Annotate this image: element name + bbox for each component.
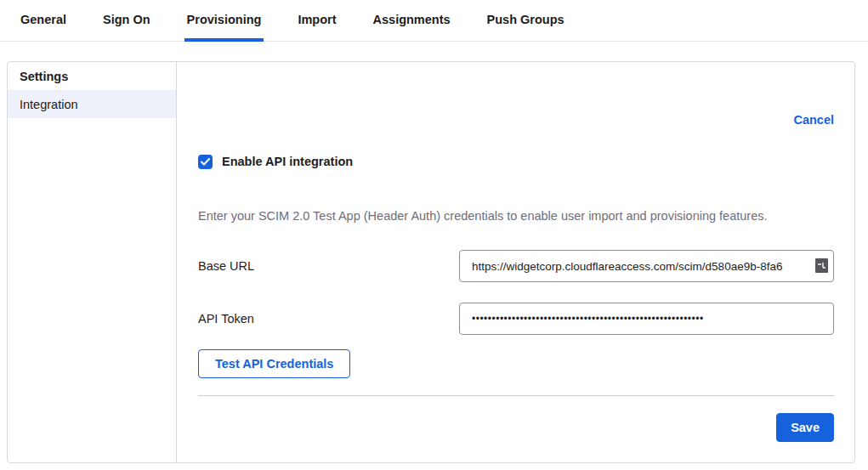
tab-general[interactable]: General: [18, 13, 69, 42]
base-url-label: Base URL: [198, 259, 459, 273]
tab-sign-on[interactable]: Sign On: [100, 13, 153, 42]
enable-api-integration-checkbox[interactable]: [198, 155, 213, 169]
provisioning-panel: Settings Integration Cancel Enable API i…: [7, 61, 855, 463]
settings-sidebar: Settings Integration: [8, 62, 177, 462]
api-token-field-row: API Token: [198, 303, 834, 335]
footer-divider: [198, 395, 834, 396]
integration-settings-form: Cancel Enable API integration Enter your…: [177, 62, 854, 462]
tab-assignments[interactable]: Assignments: [371, 13, 453, 42]
test-api-credentials-button[interactable]: Test API Credentials: [198, 349, 350, 378]
cancel-link[interactable]: Cancel: [793, 113, 834, 128]
app-tabbar: General Sign On Provisioning Import Assi…: [0, 0, 868, 42]
save-button[interactable]: Save: [776, 413, 834, 442]
tab-import[interactable]: Import: [295, 13, 338, 42]
sidebar-item-integration[interactable]: Integration: [8, 91, 176, 118]
base-url-input[interactable]: [459, 250, 834, 282]
api-token-input[interactable]: [459, 303, 834, 335]
tab-push-groups[interactable]: Push Groups: [485, 13, 567, 42]
api-token-label: API Token: [198, 312, 459, 326]
check-icon: [201, 158, 210, 166]
sidebar-header-settings: Settings: [8, 62, 176, 91]
base-url-field-row: Base URL: [198, 250, 834, 282]
enable-api-integration-label: Enable API integration: [222, 155, 353, 168]
tab-provisioning[interactable]: Provisioning: [184, 13, 264, 42]
credentials-description: Enter your SCIM 2.0 Test App (Header Aut…: [198, 207, 834, 224]
